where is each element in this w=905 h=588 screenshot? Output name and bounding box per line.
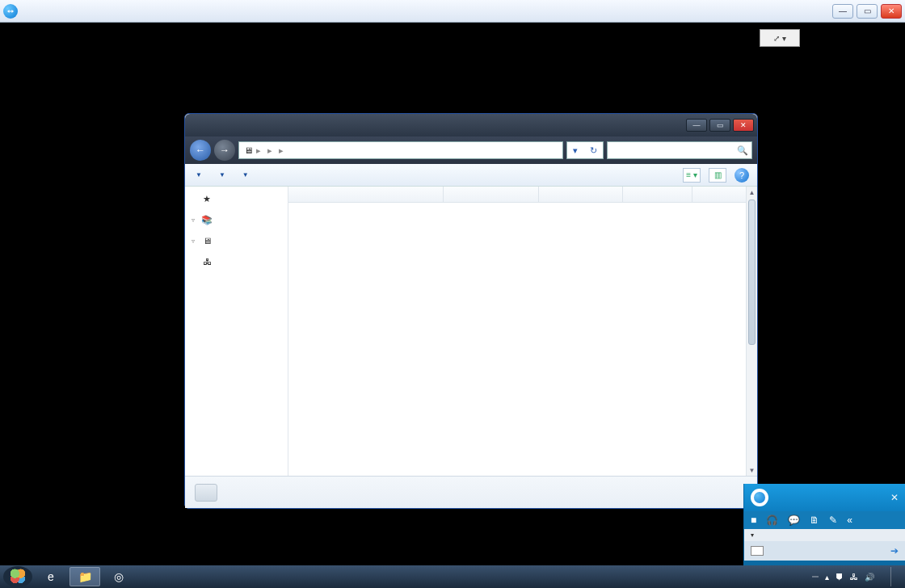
language-indicator[interactable]: [812, 576, 819, 578]
drive-icon: [195, 484, 217, 502]
breadcrumb[interactable]: 🖥 ▸ ▸ ▸: [238, 141, 563, 159]
network-icon: 🖧: [201, 256, 213, 267]
file-explorer-window: — ▭ ✕ ← → 🖥 ▸ ▸ ▸ ▾↻ 🔍: [184, 113, 758, 509]
monitor-icon: [751, 546, 764, 556]
back-button[interactable]: ←: [190, 140, 211, 161]
scroll-thumb[interactable]: [748, 200, 756, 345]
vertical-scrollbar[interactable]: ▲ ▼: [746, 187, 757, 476]
start-button[interactable]: [3, 566, 32, 587]
video-icon[interactable]: ■: [751, 514, 756, 526]
file-icon[interactable]: 🗎: [810, 514, 819, 526]
system-tray: ▴ ⛊ 🖧 🔊: [812, 567, 902, 586]
preview-pane-button[interactable]: ▥: [709, 168, 726, 183]
star-icon: ★: [201, 193, 213, 204]
session-list-header[interactable]: ▾: [744, 529, 905, 541]
column-headers: [288, 187, 757, 203]
organize-menu[interactable]: ▼: [193, 171, 202, 178]
explorer-close-button[interactable]: ✕: [733, 119, 754, 132]
tv-panel-close-icon[interactable]: ✕: [890, 492, 899, 503]
header-size[interactable]: [623, 187, 692, 202]
scroll-down-arrow[interactable]: ▼: [747, 464, 757, 476]
refresh-box[interactable]: ▾↻: [566, 141, 604, 159]
tv-panel-toolbar: ■ 🎧 💬 🗎 ✎ «: [744, 511, 905, 529]
explorer-titlebar[interactable]: — ▭ ✕: [185, 114, 757, 136]
explorer-nav-bar: ← → 🖥 ▸ ▸ ▸ ▾↻ 🔍: [185, 136, 757, 164]
edit-icon[interactable]: ✎: [829, 514, 837, 526]
taskbar-explorer-icon[interactable]: 📁: [69, 567, 100, 586]
tray-volume-icon[interactable]: 🔊: [865, 573, 874, 582]
search-input[interactable]: 🔍: [607, 141, 752, 159]
navigation-pane: ★ ▿📚 ▿🖥 🖧: [185, 187, 288, 476]
maximize-button[interactable]: ▭: [857, 4, 878, 19]
header-name[interactable]: [288, 187, 444, 202]
session-arrow-icon[interactable]: ➔: [890, 545, 899, 556]
header-type[interactable]: [539, 187, 623, 202]
libraries-group[interactable]: ▿📚: [185, 212, 288, 227]
chevron-down-icon: ▾: [751, 531, 754, 539]
include-library-menu[interactable]: ▼: [217, 171, 225, 178]
remote-toolbar-icon[interactable]: ⤢ ▾: [760, 29, 800, 47]
collapse-icon[interactable]: «: [847, 514, 852, 526]
close-button[interactable]: ✕: [881, 4, 902, 19]
header-date[interactable]: [444, 187, 539, 202]
explorer-minimize-button[interactable]: —: [686, 119, 707, 132]
remote-desktop: ⤢ ▾ — ▭ ✕ ← → 🖥 ▸ ▸ ▸ ▾↻: [0, 29, 905, 588]
share-menu[interactable]: ▼: [240, 171, 249, 178]
teamviewer-icon: [3, 4, 18, 19]
taskbar-teamviewer-icon[interactable]: ◎: [103, 567, 134, 586]
session-item[interactable]: ➔: [744, 541, 905, 561]
headset-icon[interactable]: 🎧: [766, 514, 778, 526]
search-icon: 🔍: [737, 145, 748, 156]
explorer-toolbar: ▼ ▼ ▼ ≡ ▾ ▥ ?: [185, 164, 757, 187]
help-button[interactable]: ?: [735, 168, 749, 183]
computer-icon: 🖥: [244, 145, 253, 155]
show-desktop-button[interactable]: [890, 567, 899, 586]
teamviewer-panel: ✕ ■ 🎧 💬 🗎 ✎ « ▾ ➔: [743, 484, 905, 565]
view-mode-button[interactable]: ≡ ▾: [683, 168, 701, 183]
tray-chevron-icon[interactable]: ▴: [825, 573, 829, 582]
teamviewer-logo-icon: [751, 489, 768, 506]
favorites-group[interactable]: ★: [185, 191, 288, 206]
network-group[interactable]: 🖧: [185, 254, 288, 269]
status-bar: [185, 476, 757, 508]
tv-panel-header: ✕: [744, 484, 905, 511]
scroll-up-arrow[interactable]: ▲: [747, 187, 757, 198]
taskbar: e 📁 ◎ ▴ ⛊ 🖧 🔊: [0, 565, 905, 588]
tray-security-icon[interactable]: ⛊: [836, 573, 844, 582]
computer-group[interactable]: ▿🖥: [185, 233, 288, 248]
titlebar: — ▭ ✕: [0, 0, 905, 23]
libraries-icon: 📚: [201, 214, 213, 225]
minimize-button[interactable]: —: [832, 4, 853, 19]
computer-icon: 🖥: [201, 235, 213, 246]
tray-network-icon[interactable]: 🖧: [850, 573, 858, 582]
taskbar-ie-icon[interactable]: e: [36, 567, 66, 586]
forward-button[interactable]: →: [214, 140, 235, 161]
file-list-pane: ▲ ▼: [288, 187, 757, 476]
chat-icon[interactable]: 💬: [788, 514, 800, 526]
explorer-maximize-button[interactable]: ▭: [709, 119, 730, 132]
